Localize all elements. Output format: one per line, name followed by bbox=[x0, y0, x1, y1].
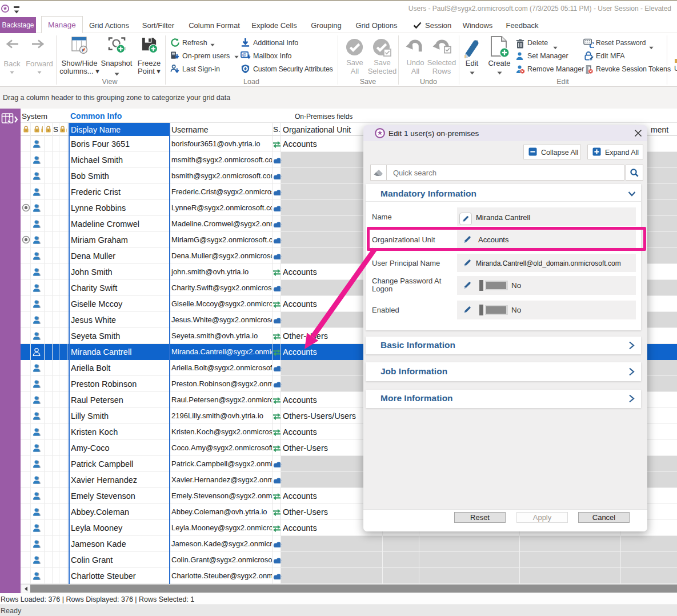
svg-text:@: @ bbox=[242, 52, 246, 57]
